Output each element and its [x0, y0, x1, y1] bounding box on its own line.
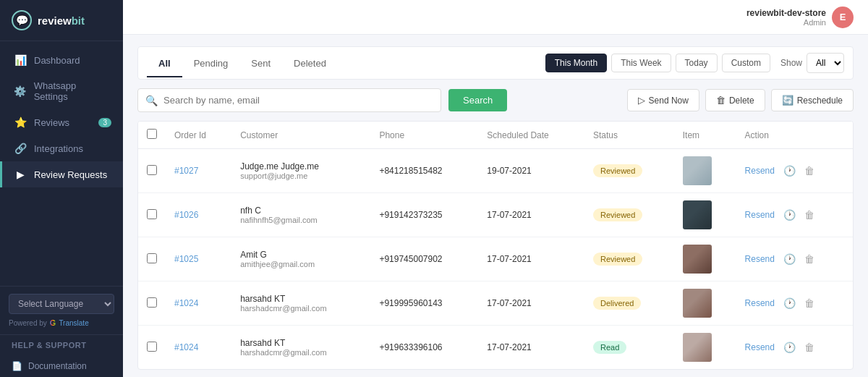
customer-cell: Judge.me Judge.me support@judge.me: [231, 149, 370, 193]
item-cell: [674, 193, 736, 237]
action-cell: Resend 🕐 🗑: [736, 237, 853, 281]
clock-icon[interactable]: 🕐: [783, 297, 796, 309]
tab-deleted[interactable]: Deleted: [282, 51, 338, 77]
filter-buttons: This Month This Week Today Custom Show A…: [545, 47, 844, 79]
delete-button[interactable]: 🗑 Delete: [705, 89, 765, 111]
sidebar-item-reviews[interactable]: ⭐ Reviews 3: [0, 109, 123, 135]
send-now-label: Send Now: [649, 96, 689, 106]
phone-cell: +919995960143: [370, 281, 478, 326]
row-checkbox[interactable]: [147, 342, 157, 352]
scheduled-date-cell: 17-07-2021: [478, 193, 584, 237]
item-thumbnail: [683, 200, 712, 229]
resend-link[interactable]: Resend: [745, 342, 775, 352]
row-checkbox[interactable]: [147, 165, 157, 175]
phone-cell: +919745007902: [370, 237, 478, 281]
phone-cell: +841218515482: [370, 149, 478, 193]
customer-name: harsahd KT: [240, 338, 362, 348]
delete-row-icon[interactable]: 🗑: [804, 342, 814, 353]
order-id-cell: #1025: [166, 237, 231, 281]
select-all-checkbox[interactable]: [147, 129, 157, 139]
clock-icon[interactable]: 🕐: [783, 253, 796, 265]
filter-custom[interactable]: Custom: [722, 54, 770, 72]
order-id-link[interactable]: #1026: [174, 210, 198, 220]
user-info: reviewbit-dev-store Admin E: [746, 7, 854, 28]
resend-link[interactable]: Resend: [745, 166, 775, 176]
resend-link[interactable]: Resend: [745, 298, 775, 308]
clock-icon[interactable]: 🕐: [783, 342, 796, 353]
row-checkbox[interactable]: [147, 253, 157, 263]
sidebar-item-label: Whatsapp Settings: [34, 80, 111, 102]
reviews-badge: 3: [98, 118, 111, 127]
sidebar-item-dashboard[interactable]: 📊 Dashboard: [0, 47, 123, 73]
order-id-link[interactable]: #1024: [174, 298, 198, 308]
action-cell-wrapper: Resend 🕐 🗑: [745, 165, 844, 177]
col-customer: Customer: [231, 122, 370, 149]
item-thumbnail: [683, 245, 712, 274]
row-checkbox[interactable]: [147, 209, 157, 219]
action-cell-wrapper: Resend 🕐 🗑: [745, 297, 844, 309]
phone-cell: +919142373235: [370, 193, 478, 237]
order-id-link[interactable]: #1027: [174, 166, 198, 176]
clock-icon[interactable]: 🕐: [783, 209, 796, 221]
delete-row-icon[interactable]: 🗑: [804, 297, 814, 309]
col-phone: Phone: [370, 122, 478, 149]
send-now-button[interactable]: ▷ Send Now: [627, 89, 699, 111]
delete-row-icon[interactable]: 🗑: [804, 165, 814, 177]
sidebar-item-whatsapp-settings[interactable]: ⚙️ Whatsapp Settings: [0, 73, 123, 109]
sidebar: 💬 reviewbit 📊 Dashboard ⚙️ Whatsapp Sett…: [0, 0, 123, 377]
customer-cell: Amit G amithjee@gmail.com: [231, 237, 370, 281]
delete-row-icon[interactable]: 🗑: [804, 209, 814, 221]
status-badge: Reviewed: [593, 253, 642, 266]
order-id-link[interactable]: #1025: [174, 254, 198, 264]
table-row: #1027 Judge.me Judge.me support@judge.me…: [138, 149, 853, 193]
item-thumbnail: [683, 156, 712, 185]
reschedule-label: Reschedule: [797, 96, 843, 106]
logo: 💬 reviewbit: [0, 0, 123, 41]
sidebar-item-documentation[interactable]: 📄 Documentation: [0, 355, 123, 377]
show-select[interactable]: All 10 25 50: [807, 53, 844, 73]
order-id-cell: #1026: [166, 193, 231, 237]
resend-link[interactable]: Resend: [745, 210, 775, 220]
language-select[interactable]: Select Language: [9, 294, 114, 314]
row-checkbox[interactable]: [147, 297, 157, 308]
sidebar-item-label: Reviews: [34, 117, 69, 128]
status-badge: Reviewed: [593, 164, 642, 177]
status-cell: Reviewed: [584, 237, 674, 281]
filter-this-month[interactable]: This Month: [545, 54, 607, 72]
table-row: #1024 harsahd KT harshadcmr@gmail.com +9…: [138, 281, 853, 326]
status-cell: Reviewed: [584, 193, 674, 237]
topbar: reviewbit-dev-store Admin E: [123, 0, 868, 35]
powered-by-label: Powered by: [9, 319, 47, 327]
sidebar-item-review-requests[interactable]: ▶ Review Requests: [0, 161, 123, 187]
sidebar-item-label: Dashboard: [34, 55, 80, 66]
tab-sent[interactable]: Sent: [239, 51, 282, 77]
filter-this-week[interactable]: This Week: [611, 54, 671, 72]
sidebar-item-integrations[interactable]: 🔗 Integrations: [0, 135, 123, 161]
item-cell: [674, 281, 736, 326]
translate-link[interactable]: Translate: [59, 319, 88, 327]
clock-icon[interactable]: 🕐: [783, 165, 796, 177]
status-badge: Delivered: [593, 297, 641, 310]
col-item: Item: [674, 122, 736, 149]
powered-by: Powered by G Translate: [9, 318, 114, 327]
row-checkbox-cell: [138, 237, 166, 281]
resend-link[interactable]: Resend: [745, 254, 775, 264]
order-id-link[interactable]: #1024: [174, 342, 198, 352]
search-button[interactable]: Search: [448, 89, 507, 111]
delete-row-icon[interactable]: 🗑: [804, 253, 814, 265]
reschedule-button[interactable]: 🔄 Reschedule: [771, 89, 854, 111]
order-id-cell: #1024: [166, 326, 231, 370]
tab-pending[interactable]: Pending: [182, 51, 240, 77]
table-header-row: Order Id Customer Phone Scheduled Date S…: [138, 122, 853, 149]
col-status: Status: [584, 122, 674, 149]
tab-all[interactable]: All: [147, 51, 182, 77]
col-scheduled-date: Scheduled Date: [478, 122, 584, 149]
customer-email: amithjee@gmail.com: [240, 260, 362, 268]
filter-today[interactable]: Today: [676, 54, 718, 72]
item-thumbnail: [683, 289, 712, 318]
item-cell: [674, 237, 736, 281]
col-order-id: Order Id: [166, 122, 231, 149]
action-cell: Resend 🕐 🗑: [736, 281, 853, 326]
dashboard-icon: 📊: [14, 54, 27, 66]
search-input[interactable]: [163, 89, 433, 111]
